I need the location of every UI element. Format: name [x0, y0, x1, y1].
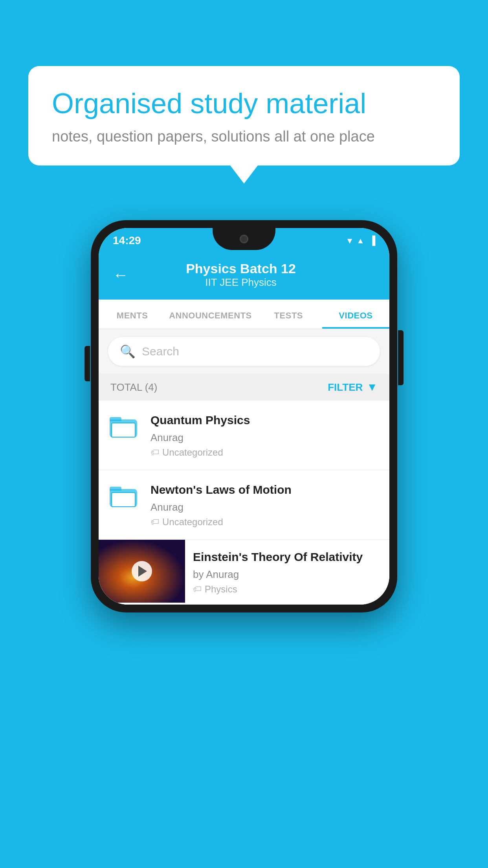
filter-button[interactable]: FILTER ▼ [328, 381, 378, 394]
bubble-title: Organised study material [52, 86, 436, 120]
search-icon: 🔍 [120, 344, 136, 359]
list-item[interactable]: Einstein's Theory Of Relativity by Anura… [99, 540, 389, 605]
video-tag: 🏷 Uncategorized [150, 517, 378, 528]
tab-tests[interactable]: TESTS [255, 300, 322, 329]
phone-mockup: 14:29 ▾ ▲ ▐ ← Physics Batch 12 IIT JEE P… [91, 220, 397, 612]
video-author: Anurag [150, 501, 378, 513]
status-bar: 14:29 ▾ ▲ ▐ [99, 228, 389, 253]
battery-icon: ▐ [369, 235, 375, 246]
video-title: Einstein's Theory Of Relativity [193, 549, 382, 565]
search-bar[interactable]: 🔍 Search [108, 337, 380, 366]
bubble-subtitle: notes, question papers, solutions all at… [52, 128, 436, 145]
tag-icon: 🏷 [150, 447, 159, 458]
play-button[interactable] [132, 561, 152, 581]
tag-label: Physics [205, 584, 237, 595]
tag-label: Uncategorized [162, 447, 223, 458]
app-header: ← Physics Batch 12 IIT JEE Physics [99, 253, 389, 300]
video-thumbnail [99, 540, 185, 603]
video-tag: 🏷 Uncategorized [150, 447, 378, 458]
status-icons: ▾ ▲ ▐ [347, 235, 375, 246]
header-title-block: Physics Batch 12 IIT JEE Physics [138, 261, 344, 289]
tag-icon: 🏷 [193, 584, 202, 594]
video-info: Quantum Physics Anurag 🏷 Uncategorized [150, 412, 378, 458]
header-subtitle: IIT JEE Physics [138, 276, 344, 289]
total-count: TOTAL (4) [110, 381, 157, 394]
status-time: 14:29 [113, 234, 141, 247]
play-icon [138, 566, 147, 577]
tag-icon: 🏷 [150, 517, 159, 527]
folder-icon-container [110, 412, 141, 438]
video-info: Newton's Laws of Motion Anurag 🏷 Uncateg… [150, 482, 378, 528]
signal-icon: ▲ [357, 236, 365, 245]
list-item[interactable]: Newton's Laws of Motion Anurag 🏷 Uncateg… [99, 470, 389, 540]
header-title: Physics Batch 12 [138, 261, 344, 276]
video-author: by Anurag [193, 568, 382, 581]
tab-bar: MENTS ANNOUNCEMENTS TESTS VIDEOS [99, 300, 389, 329]
wifi-icon: ▾ [347, 235, 352, 246]
tab-announcements[interactable]: ANNOUNCEMENTS [166, 300, 255, 329]
video-info: Einstein's Theory Of Relativity by Anura… [185, 540, 389, 604]
phone-outer: 14:29 ▾ ▲ ▐ ← Physics Batch 12 IIT JEE P… [91, 220, 397, 612]
phone-screen: 14:29 ▾ ▲ ▐ ← Physics Batch 12 IIT JEE P… [99, 228, 389, 605]
speech-bubble: Organised study material notes, question… [28, 66, 460, 166]
search-bar-container: 🔍 Search [99, 329, 389, 374]
folder-icon-container [110, 482, 141, 507]
folder-icon [110, 414, 137, 438]
video-title: Newton's Laws of Motion [150, 482, 378, 497]
folder-icon [110, 484, 137, 507]
filter-funnel-icon: ▼ [367, 381, 378, 394]
video-list: Quantum Physics Anurag 🏷 Uncategorized [99, 401, 389, 605]
video-title: Quantum Physics [150, 412, 378, 428]
tag-label: Uncategorized [162, 517, 223, 528]
tab-ments[interactable]: MENTS [99, 300, 166, 329]
list-item[interactable]: Quantum Physics Anurag 🏷 Uncategorized [99, 401, 389, 470]
tab-videos[interactable]: VIDEOS [322, 300, 389, 329]
video-author: Anurag [150, 432, 378, 444]
camera-notch [240, 235, 248, 243]
back-button[interactable]: ← [113, 266, 128, 284]
notch [213, 228, 275, 250]
filter-label: FILTER [328, 381, 363, 394]
search-input[interactable]: Search [142, 345, 179, 358]
filter-bar: TOTAL (4) FILTER ▼ [99, 374, 389, 401]
video-tag: 🏷 Physics [193, 584, 382, 595]
